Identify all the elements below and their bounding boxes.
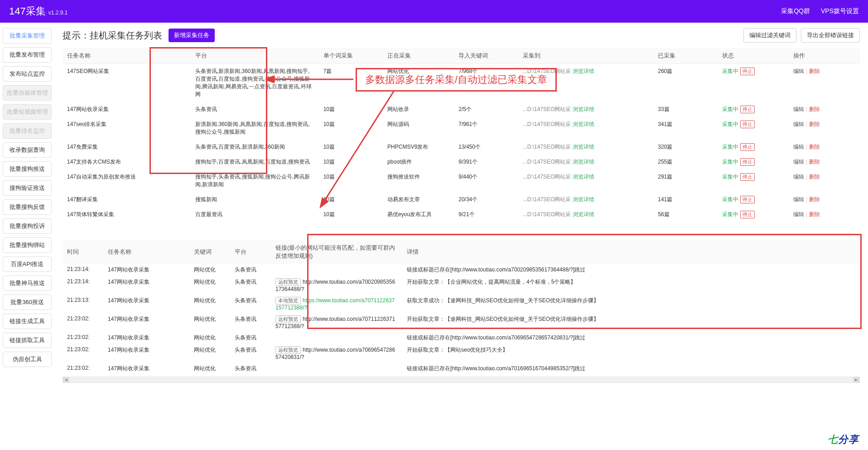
log-link: 远程预览http://www.toutiao.com/a700209853561… [271,276,402,295]
edit-filter-button[interactable]: 编辑过滤关键词 [743,28,796,43]
task-per: 10篇 [319,207,383,222]
sidebar-item-6[interactable]: 收录数据查询 [3,142,52,158]
sidebar-item-0[interactable]: 批量采集管理 [3,28,52,44]
browse-detail-link[interactable]: 浏览详情 [573,196,594,203]
sidebar-item-15[interactable]: 链接生成工具 [3,314,52,329]
sidebar-item-14[interactable]: 批量360推送 [3,295,52,310]
scroll-right-icon[interactable]: ► [853,377,859,382]
log-kw: 网站优化 [189,264,230,276]
local-preview-button[interactable]: 本地预览 [275,297,301,305]
task-count: 341篇 [653,117,717,140]
sidebar-item-11[interactable]: 批量搜狗绑站 [3,237,52,253]
stop-button[interactable]: 停止 [740,158,755,166]
delete-button[interactable]: 删除 [809,159,820,165]
task-current: PHPCMSV9发布 [383,140,454,155]
sidebar-item-13[interactable]: 批量神马推送 [3,276,52,291]
task-col-0: 任务名称 [63,48,191,64]
task-current: 动易发布文章 [383,192,454,207]
stop-button[interactable]: 停止 [740,68,755,75]
sidebar-item-16[interactable]: 链接抓取工具 [3,333,52,348]
header-link-vps[interactable]: VPS拨号设置 [821,7,859,15]
edit-button[interactable]: 编辑 [793,159,804,165]
log-link [271,363,402,375]
browse-detail-link[interactable]: 浏览详情 [573,159,594,165]
task-platform: 搜狗知乎,头条资讯,搜狐新闻,搜狗公众号,腾讯新闻,新浪新闻 [191,169,319,192]
task-per: 10篇 [319,192,383,207]
sidebar-item-2[interactable]: 发布站点监控 [3,66,52,82]
log-time: 21:23:02: [63,344,103,363]
browse-detail-link[interactable]: 浏览详情 [573,121,594,127]
sidebar-item-7[interactable]: 批量搜狗推送 [3,161,52,177]
delete-button[interactable]: 删除 [809,144,820,150]
task-current: 网站收录 [383,102,454,117]
edit-button[interactable]: 编辑 [793,174,804,180]
task-dest: ...D:\147SEO网站采 浏览详情 [518,102,654,117]
task-row: 147SEO网站采集头条资讯,新浪新闻,360新闻,凤凰新闻,搜狗知乎,百度资讯… [63,64,860,102]
edit-button[interactable]: 编辑 [793,106,804,112]
delete-button[interactable]: 删除 [809,211,820,218]
log-scrollbar[interactable]: ◄ ► [63,377,860,383]
stop-button[interactable]: 停止 [740,143,755,151]
browse-detail-link[interactable]: 浏览详情 [573,144,594,150]
delete-button[interactable]: 删除 [809,106,820,112]
log-col-4: 链接(最小的网站可能没有匹配，如需要可群内反馈增加规则) [271,240,402,264]
task-keywords: 7/961个 [454,117,518,140]
log-plat: 头条资讯 [230,264,271,276]
edit-button[interactable]: 编辑 [793,121,804,127]
scroll-left-icon[interactable]: ◄ [63,377,69,382]
task-name: 147免费采集 [63,140,191,155]
task-current: 搜狗推送软件 [383,169,454,192]
stop-button[interactable]: 停止 [740,106,755,113]
task-ops: 编辑|删除 [789,64,860,102]
sidebar-item-8[interactable]: 搜狗验证推送 [3,180,52,196]
task-status: 采集中停止 [718,192,789,207]
export-errors-button[interactable]: 导出全部错误链接 [801,28,860,43]
task-name: 147SEO网站采集 [63,64,191,102]
task-per: 10篇 [319,155,383,169]
log-detail: 开始获取文章：【途网科技_网站SEO优化如何做_关于SEO优化详细操作步骤】 [402,313,860,332]
watermark: 七分享 [828,433,859,446]
browse-detail-link[interactable]: 浏览详情 [573,211,594,218]
log-kw: 网站优化 [189,295,230,313]
sidebar-item-12[interactable]: 百度API推送 [3,256,52,272]
edit-button[interactable]: 编辑 [793,196,804,203]
log-col-0: 时间 [63,240,103,264]
log-kw: 网站优化 [189,332,230,344]
log-link [271,264,402,276]
edit-button[interactable]: 编辑 [793,211,804,218]
browse-detail-link[interactable]: 浏览详情 [573,174,594,180]
task-col-6: 已采集 [653,48,717,64]
task-col-7: 状态 [718,48,789,64]
task-col-8: 操作 [789,48,860,64]
remote-preview-button[interactable]: 远程预览 [275,278,301,286]
delete-button[interactable]: 删除 [809,68,820,74]
delete-button[interactable]: 删除 [809,121,820,127]
remote-preview-button[interactable]: 远程预览 [275,346,301,354]
delete-button[interactable]: 删除 [809,196,820,203]
edit-button[interactable]: 编辑 [793,68,804,74]
edit-button[interactable]: 编辑 [793,144,804,150]
remote-preview-button[interactable]: 远程预览 [275,315,301,323]
stop-button[interactable]: 停止 [740,121,755,128]
sidebar-item-5: 批量排名监控 [3,123,52,139]
sidebar-item-10[interactable]: 批量搜狗投诉 [3,218,52,234]
sidebar-item-9[interactable]: 批量搜狗反馈 [3,199,52,215]
stop-button[interactable]: 停止 [740,173,755,181]
stop-button[interactable]: 停止 [740,196,755,203]
browse-detail-link[interactable]: 浏览详情 [573,68,594,74]
task-status: 采集中停止 [718,207,789,222]
log-time: 21:23:02: [63,313,103,332]
sidebar-item-17[interactable]: 伪原创工具 [3,352,52,367]
sidebar-item-1[interactable]: 批量发布管理 [3,47,52,63]
delete-button[interactable]: 删除 [809,174,820,180]
new-task-button[interactable]: 新增采集任务 [169,29,215,42]
task-row: 147seo排名采集新浪新闻,360新闻,凤凰新闻,百度知道,搜狗资讯,搜狗公众… [63,117,860,140]
log-plat: 头条资讯 [230,295,271,313]
task-name: 147支持各大CMS发布 [63,155,191,169]
task-per: 10篇 [319,169,383,192]
header-link-qq[interactable]: 采集QQ群 [781,7,810,15]
stop-button[interactable]: 停止 [740,211,755,218]
log-kw: 网站优化 [189,344,230,363]
log-task: 147网站收录采集 [103,276,189,295]
browse-detail-link[interactable]: 浏览详情 [573,106,594,112]
